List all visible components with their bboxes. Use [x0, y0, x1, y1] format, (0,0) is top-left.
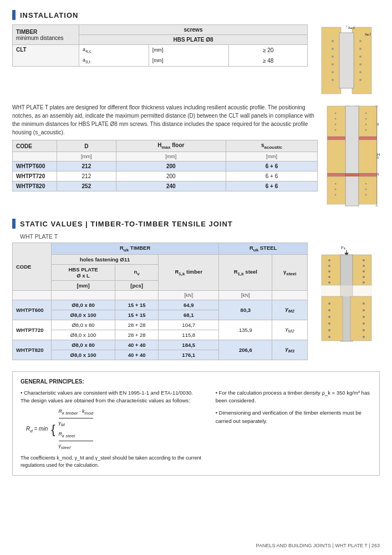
st-plate-720b: Ø8,0 x 100 [52, 330, 115, 340]
a3t-label: a3,t [79, 56, 149, 66]
svg-point-69 [328, 329, 330, 331]
d-820: 252 [57, 181, 116, 191]
svg-rect-18 [327, 106, 348, 137]
general-content: • Characteristic values are consistent w… [21, 389, 371, 470]
code-600: WHTPT600 [13, 162, 57, 171]
svg-point-72 [363, 309, 365, 311]
st-r1kt-600b: 68,1 [159, 310, 219, 320]
install-diagram: a₄,c a₃,t [313, 24, 380, 97]
st-r1ks-820: 206,6 [219, 340, 272, 360]
svg-point-29 [365, 129, 367, 131]
sacoustic-header: sacoustic [226, 140, 317, 152]
svg-point-11 [359, 56, 362, 58]
svg-rect-0 [322, 27, 341, 94]
st-no-820b: 40 + 40 [115, 350, 159, 360]
installation-header: INSTALLATION [12, 10, 380, 20]
svg-point-36 [335, 189, 337, 190]
clt-label: CLT [13, 45, 79, 67]
svg-rect-21 [345, 106, 359, 206]
st-code-600: WHTPT600 [13, 300, 52, 320]
svg-point-14 [359, 79, 362, 81]
wht-diagram: s H D s [324, 103, 380, 209]
page: INSTALLATION TIMBERminimum distances scr… [0, 0, 392, 555]
st-r1ks-600: 80,3 [219, 300, 272, 320]
svg-point-13 [359, 71, 362, 73]
svg-point-65 [328, 302, 330, 305]
col-timber: TIMBERminimum distances [13, 25, 79, 45]
svg-point-53 [328, 265, 330, 267]
svg-rect-2 [339, 33, 354, 88]
s-820: 6 + 6 [226, 181, 317, 191]
general-right-text2: • Dimensioning and verification of the t… [216, 409, 371, 425]
hmax-header: Hmax floor [116, 140, 226, 152]
st-no-720b: 28 + 28 [115, 330, 159, 340]
svg-point-61 [363, 281, 365, 284]
formula-fractions: Rk timber · kmod γM Rk steel γsteel [59, 408, 94, 451]
st-plate-unit: [mm] [52, 280, 115, 290]
install-layout: TIMBERminimum distances screws HBS PLATE… [12, 24, 380, 97]
svg-point-67 [328, 316, 330, 318]
static-layout: CODE Ruk TIMBER Ruk STEEL holes fastenin… [12, 243, 380, 360]
static-diagram: F₁ [313, 243, 380, 360]
static-table: CODE Ruk TIMBER Ruk STEEL holes fastenin… [12, 243, 308, 360]
st-code-820: WHTPT820 [13, 340, 52, 360]
static-table-area: CODE Ruk TIMBER Ruk STEEL holes fastenin… [12, 243, 308, 360]
svg-point-71 [363, 302, 365, 305]
code-unit [13, 152, 57, 162]
wht-desc-area: WHT PLATE T plates are designed for diff… [12, 103, 380, 209]
static-section: STATIC VALUES | TIMBER-TO-TIMBER TENSILE… [12, 219, 380, 360]
formula-block: Rd = min { Rk timber · kmod γM Rk steel … [26, 408, 208, 451]
svg-point-25 [335, 129, 337, 131]
rd-label: Rd = min [26, 425, 48, 435]
svg-point-57 [363, 259, 365, 261]
svg-point-73 [363, 316, 365, 318]
general-title: GENERAL PRINCIPLES: [21, 377, 371, 386]
general-left-text2: The design values are obtained from the … [21, 397, 208, 405]
static-row-600a: WHTPT600 Ø8,0 x 80 15 + 15 64,9 80,3 γM2 [13, 300, 308, 310]
st-r1kt-header: R1,k timber [159, 254, 219, 290]
install-diagram-svg: a₄,c a₃,t [313, 24, 380, 97]
general-box: GENERAL PRINCIPLES: • Characteristic val… [12, 371, 380, 476]
svg-rect-50 [350, 255, 371, 285]
svg-point-3 [332, 40, 334, 42]
st-gamma-720: γM2 [272, 320, 308, 340]
static-subtitle: WHT PLATE T [20, 233, 380, 240]
d-header: D [57, 140, 116, 152]
install-table-area: TIMBERminimum distances screws HBS PLATE… [12, 24, 308, 97]
static-header: STATIC VALUES | TIMBER-TO-TIMBER TENSILE… [12, 219, 380, 229]
svg-rect-63 [322, 296, 343, 341]
svg-point-28 [365, 124, 367, 125]
st-no-600b: 15 + 15 [115, 310, 159, 320]
s-600: 6 + 6 [226, 162, 317, 171]
svg-point-38 [365, 183, 367, 185]
svg-rect-49 [322, 255, 343, 285]
st-no-720a: 28 + 28 [115, 320, 159, 330]
st-code-header: CODE [13, 243, 52, 291]
svg-point-55 [328, 276, 330, 278]
svg-point-10 [359, 48, 362, 50]
installation-title: INSTALLATION [20, 11, 78, 19]
st-gamma-600: γM2 [272, 300, 308, 320]
svg-point-27 [365, 118, 367, 120]
val2: ≥ 48 [229, 56, 308, 66]
svg-point-9 [359, 40, 362, 42]
st-timber-header: Ruk TIMBER [52, 243, 219, 255]
svg-text:s: s [377, 122, 379, 126]
section-bar [12, 10, 16, 20]
sacoustic-unit: [mm] [226, 152, 317, 162]
installation-section: INSTALLATION TIMBERminimum distances scr… [12, 10, 380, 97]
install-row: CLT a4,c [mm] ≥ 20 [13, 45, 308, 56]
page-footer: PANELS AND BUILDING JOINTS | WHT PLATE T… [256, 543, 380, 548]
st-r1kt-820a: 184,5 [159, 340, 219, 350]
st-r1kt-720a: 104,7 [159, 320, 219, 330]
svg-point-24 [335, 124, 337, 125]
s-720: 6 + 6 [226, 171, 317, 181]
static-row-720a: WHTPT720 Ø8,0 x 80 28 + 28 104,7 135,9 γ… [13, 320, 308, 330]
st-r1kt-820b: 176,1 [159, 350, 219, 360]
code-row-720: WHTPT720 212 200 6 + 6 [13, 171, 318, 181]
col-screws: screws [79, 25, 308, 35]
svg-point-75 [363, 329, 365, 331]
svg-point-26 [365, 113, 367, 114]
h-820: 240 [116, 181, 226, 191]
svg-text:a₃,t: a₃,t [365, 32, 371, 36]
